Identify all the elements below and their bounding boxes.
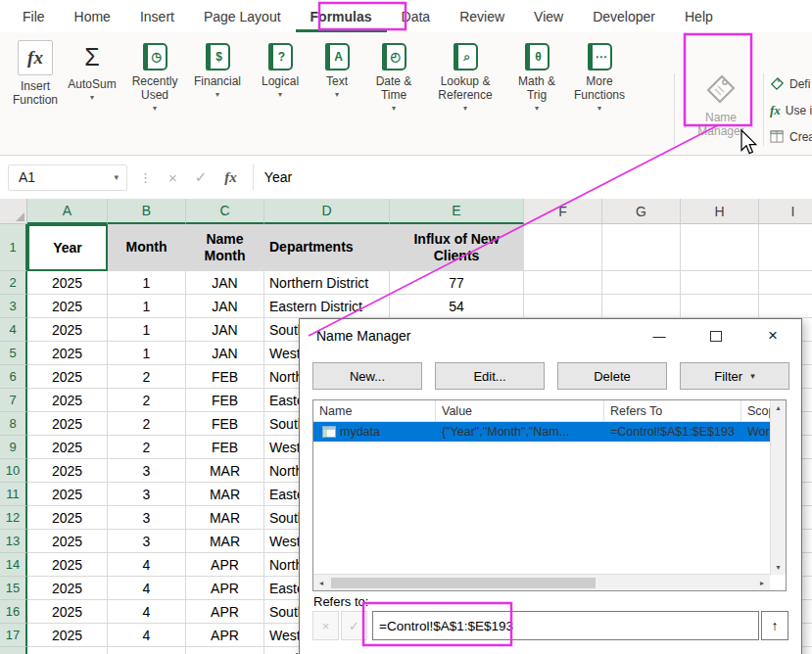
list-item-mydata[interactable]: mydata {"Year","Month","Nam... =Control!… xyxy=(313,422,770,442)
cell-C6[interactable]: FEB xyxy=(186,365,264,389)
tab-file[interactable]: File xyxy=(8,0,60,32)
date-time-button[interactable]: ◴ Date & Time ▾ xyxy=(362,35,425,116)
tab-view[interactable]: View xyxy=(519,0,578,32)
use-in-formula-button[interactable]: fx Use i ▾ xyxy=(770,101,812,119)
row-header-7[interactable]: 7 xyxy=(0,389,27,412)
cell-I1[interactable] xyxy=(759,224,812,271)
cell-C3[interactable]: JAN xyxy=(186,295,264,318)
column-header-E[interactable]: E xyxy=(390,199,524,224)
select-all-corner[interactable] xyxy=(0,199,27,224)
cell-A1[interactable]: Year xyxy=(27,224,108,271)
row-header-8[interactable]: 8 xyxy=(0,412,27,436)
cell-A3[interactable]: 2025 xyxy=(27,295,108,318)
row-header-3[interactable]: 3 xyxy=(0,295,27,318)
maximize-button[interactable] xyxy=(688,319,744,352)
cell-B15[interactable]: 4 xyxy=(108,577,186,600)
cell-A7[interactable]: 2025 xyxy=(27,389,108,412)
tab-review[interactable]: Review xyxy=(445,0,519,32)
recently-used-button[interactable]: ◷ Recently Used ▾ xyxy=(123,35,186,116)
filter-button[interactable]: Filter ▾ xyxy=(680,362,789,390)
tab-formulas[interactable]: Formulas xyxy=(296,0,387,32)
enter-icon[interactable]: ✓ xyxy=(186,168,216,186)
tab-data[interactable]: Data xyxy=(387,0,446,32)
name-manager-button[interactable]: Name Manager xyxy=(684,69,758,141)
refers-to-input[interactable] xyxy=(372,611,759,640)
cell-C8[interactable]: FEB xyxy=(186,412,264,436)
cell-A10[interactable]: 2025 xyxy=(27,459,108,483)
cell-C14[interactable]: APR xyxy=(186,553,264,577)
cell-B2[interactable]: 1 xyxy=(108,271,186,295)
insert-function-button[interactable]: fx Insert Function xyxy=(10,35,61,110)
cell-H3[interactable] xyxy=(681,295,759,318)
row-header-6[interactable]: 6 xyxy=(0,365,27,389)
more-functions-button[interactable]: ⋯ More Functions ▾ xyxy=(568,35,631,116)
cell-C16[interactable]: APR xyxy=(186,600,264,624)
column-header-I[interactable]: I xyxy=(759,199,812,224)
minimize-button[interactable]: — xyxy=(631,319,688,352)
collapse-dialog-button[interactable]: ↑ xyxy=(761,611,788,640)
row-header-4[interactable]: 4 xyxy=(0,318,27,342)
cell-A2[interactable]: 2025 xyxy=(27,271,108,295)
row-header-2[interactable]: 2 xyxy=(0,271,27,295)
scroll-down-icon[interactable]: ▾ xyxy=(776,563,780,572)
cell-C11[interactable]: MAR xyxy=(186,483,264,506)
column-header-B[interactable]: B xyxy=(108,199,186,224)
cell-A8[interactable]: 2025 xyxy=(27,412,108,436)
commit-edit-button[interactable]: ✓ xyxy=(341,611,367,640)
row-header-10[interactable]: 10 xyxy=(0,459,27,483)
column-header-value[interactable]: Value xyxy=(436,400,604,421)
row-header-18[interactable]: 18 xyxy=(0,647,27,654)
cell-C4[interactable]: JAN xyxy=(186,318,264,342)
cell-C1[interactable]: Name Month xyxy=(186,224,264,271)
create-from-selection-button[interactable]: Crea xyxy=(770,127,812,146)
column-header-C[interactable]: C xyxy=(186,199,264,224)
cell-I3[interactable] xyxy=(759,295,812,318)
edit-button[interactable]: Edit... xyxy=(435,362,545,390)
tab-page-layout[interactable]: Page Layout xyxy=(189,0,296,32)
cell-B5[interactable]: 1 xyxy=(108,342,186,365)
cell-B16[interactable]: 4 xyxy=(108,600,186,624)
cell-C17[interactable]: APR xyxy=(186,624,264,647)
cell-C9[interactable]: FEB xyxy=(186,436,264,459)
cell-D1[interactable]: Departments xyxy=(264,224,390,271)
cell-A14[interactable]: 2025 xyxy=(27,553,108,577)
text-button[interactable]: A Text ▾ xyxy=(311,35,362,102)
row-header-17[interactable]: 17 xyxy=(0,624,27,647)
logical-button[interactable]: ? Logical ▾ xyxy=(249,35,311,102)
cell-C12[interactable]: MAR xyxy=(186,506,264,530)
math-trig-button[interactable]: θ Math & Trig ▾ xyxy=(505,35,568,116)
cell-C15[interactable]: APR xyxy=(186,577,264,600)
tab-developer[interactable]: Developer xyxy=(578,0,670,32)
cell-B13[interactable]: 3 xyxy=(108,530,186,553)
tab-insert[interactable]: Insert xyxy=(125,0,189,32)
cell-B3[interactable]: 1 xyxy=(108,295,186,318)
name-box[interactable]: A1 ▾ xyxy=(8,164,127,191)
cell-A17[interactable]: 2025 xyxy=(27,624,108,647)
cell-B18[interactable]: 5 xyxy=(108,647,186,654)
cell-B7[interactable]: 2 xyxy=(108,389,186,412)
cell-E2[interactable]: 77 xyxy=(390,271,524,295)
cell-G2[interactable] xyxy=(602,271,681,295)
cell-C10[interactable]: MAR xyxy=(186,459,264,483)
column-header-refers-to[interactable]: Refers To xyxy=(604,400,741,421)
cell-H1[interactable] xyxy=(681,224,759,271)
horizontal-scrollbar[interactable]: ◂ ▸ xyxy=(313,574,770,590)
cell-B14[interactable]: 4 xyxy=(108,553,186,577)
cell-A9[interactable]: 2025 xyxy=(27,436,108,459)
cell-A11[interactable]: 2025 xyxy=(27,483,108,506)
cell-C7[interactable]: FEB xyxy=(186,389,264,412)
cell-B4[interactable]: 1 xyxy=(108,318,186,342)
cell-A12[interactable]: 2025 xyxy=(27,506,108,530)
row-header-14[interactable]: 14 xyxy=(0,553,27,577)
cell-A15[interactable]: 2025 xyxy=(27,577,108,600)
cell-I2[interactable] xyxy=(759,271,812,295)
cell-A18[interactable]: 2025 xyxy=(27,647,108,654)
cell-F3[interactable] xyxy=(524,295,602,318)
cell-A5[interactable]: 2025 xyxy=(27,342,108,365)
cell-B6[interactable]: 2 xyxy=(108,365,186,389)
cell-E1[interactable]: Influx of New Clients xyxy=(390,224,524,271)
cell-H2[interactable] xyxy=(681,271,759,295)
cell-B11[interactable]: 3 xyxy=(108,483,186,506)
cell-B12[interactable]: 3 xyxy=(108,506,186,530)
row-header-9[interactable]: 9 xyxy=(0,436,27,459)
